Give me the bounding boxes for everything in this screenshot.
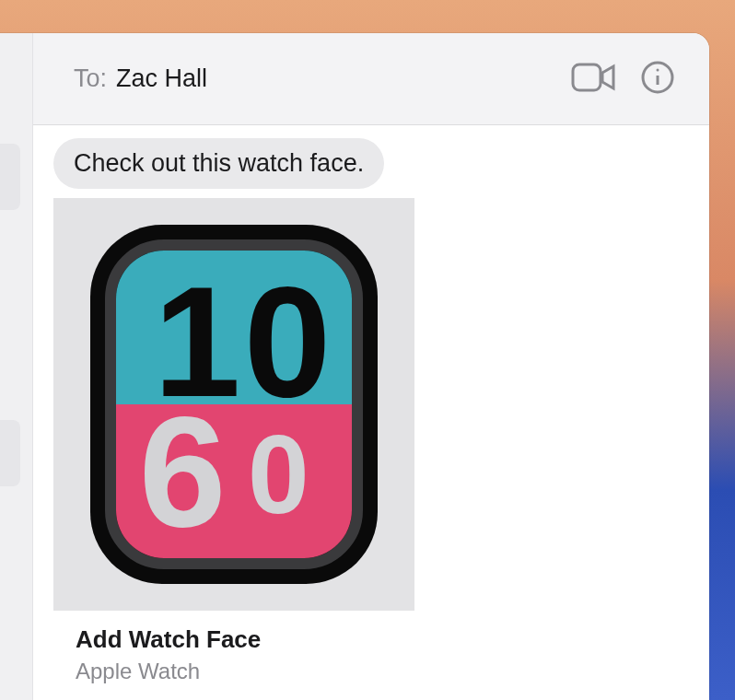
watch-digit-minute-tens: 0 (223, 396, 341, 553)
conversation-header: To: Zac Hall (33, 33, 709, 125)
conversation-pane: To: Zac Hall Check out this watch face. (33, 33, 709, 700)
to-label: To: (74, 64, 107, 93)
message-text: Check out this watch face. (74, 149, 364, 177)
recipient-name[interactable]: Zac Hall (116, 64, 207, 93)
attachment-title: Add Watch Face (76, 625, 392, 654)
sidebar-conversation-item[interactable] (0, 420, 20, 486)
facetime-video-icon[interactable] (571, 61, 617, 98)
message-area: Check out this watch face. 1 0 9 0 (33, 125, 709, 700)
messages-window: To: Zac Hall Check out this watch face. (0, 33, 709, 700)
sidebar-conversation-item[interactable] (0, 144, 20, 210)
watch-face-attachment[interactable]: 1 0 9 0 Add Watch Face Apple Watch (53, 198, 414, 694)
attachment-meta: Add Watch Face Apple Watch (53, 611, 414, 694)
attachment-subtitle: Apple Watch (76, 659, 392, 684)
incoming-message-bubble[interactable]: Check out this watch face. (53, 138, 384, 189)
info-icon[interactable] (639, 59, 676, 99)
conversation-sidebar (0, 33, 33, 700)
watch-face-preview: 1 0 9 0 (53, 198, 414, 611)
svg-point-2 (657, 68, 659, 71)
watch-face-graphic: 1 0 9 0 (90, 225, 378, 584)
svg-rect-0 (573, 64, 601, 90)
